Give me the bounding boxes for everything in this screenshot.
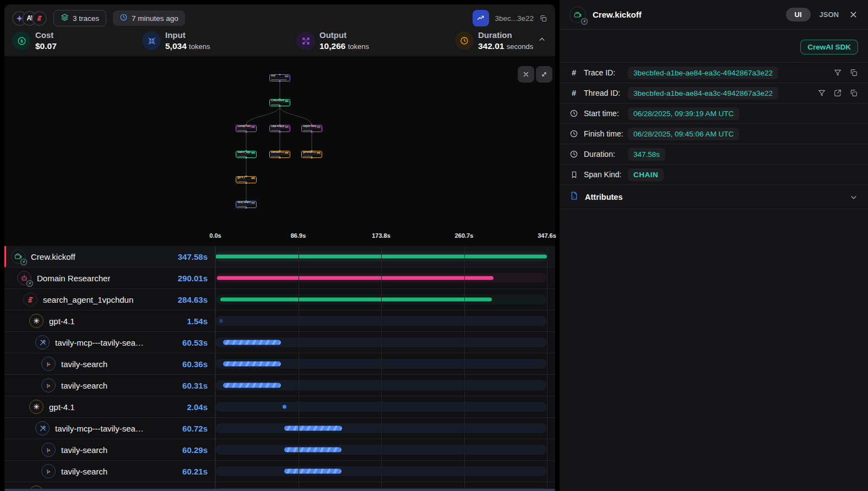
span-track: [215, 423, 547, 433]
graph-node-label: Data Analyst: [271, 126, 284, 128]
graph-node-label: Domain Researcher: [237, 126, 251, 128]
tab-ui[interactable]: UI: [786, 8, 811, 21]
clock-icon: [569, 150, 578, 159]
span-name: Domain Researcher: [37, 274, 110, 283]
copy-icon[interactable]: [849, 68, 858, 77]
filter-icon[interactable]: [833, 68, 842, 77]
span-row-5[interactable]: tavily-search60.36s: [4, 353, 555, 375]
agent-robot-icon: [17, 271, 31, 285]
graph-close-button[interactable]: [518, 66, 534, 83]
field-row-2: Start time:06/28/2025, 09:39:19 AM UTC: [560, 103, 868, 124]
graph-node-label: standard LLM prompt: [271, 151, 284, 154]
traces-count-pill[interactable]: 3 traces: [53, 10, 106, 26]
graph-node-label: Report Writer: [303, 126, 316, 128]
hash-icon: #: [569, 89, 578, 97]
metric-unit: seconds: [507, 42, 533, 51]
chevron-down-icon[interactable]: [849, 193, 858, 201]
attributes-section-toggle[interactable]: Attributes: [560, 185, 868, 209]
graph-node-subtitle: [271, 79, 287, 80]
graph-node-subtitle: [237, 206, 247, 207]
graph-node-kickoff[interactable]: Crew.kickoff: [269, 99, 290, 106]
graph-node-subtitle: [303, 156, 312, 157]
field-label: Duration:: [584, 150, 628, 159]
span-duration: 60.72s: [182, 424, 215, 433]
span-row-7[interactable]: ✳gpt-4.12.04s: [4, 396, 555, 418]
span-row-4[interactable]: tavily-mcp---tavily-sea…60.53s: [4, 332, 555, 353]
span-row-10[interactable]: tavily-search60.21s: [4, 461, 555, 482]
bookmark-icon: [569, 171, 578, 179]
span-row-9[interactable]: tavily-search60.29s: [4, 439, 555, 461]
span-duration: 60.53s: [182, 338, 215, 347]
trace-short-id: 3bec...3e22: [495, 14, 534, 23]
span-bar: [284, 426, 342, 431]
metric-label: Input: [165, 30, 210, 41]
metric-label: Duration: [478, 30, 533, 41]
graph-node-badge: [317, 126, 321, 128]
graph-node-domain[interactable]: Domain Researcher: [236, 125, 257, 132]
clock-icon: [120, 13, 128, 23]
filter-icon[interactable]: [817, 89, 826, 97]
span-track: [215, 466, 547, 476]
graph-node-badge: [285, 152, 289, 154]
field-label: Finish time:: [584, 129, 628, 138]
close-icon[interactable]: [849, 10, 858, 19]
axis-tick: 0.0s: [209, 232, 221, 239]
layers-icon: [61, 13, 69, 23]
graph-node-search[interactable]: search_agent_1vpchdun: [236, 151, 257, 158]
graph-node-gen[interactable]: generate LLM prompt: [301, 151, 322, 158]
span-row-6[interactable]: tavily-search60.31s: [4, 375, 555, 396]
tools-icon: [35, 335, 50, 350]
span-bar: [223, 340, 281, 345]
span-row-3[interactable]: ✳gpt-4.11.54s: [4, 310, 555, 332]
graph-node-label: Crew.kickoff: [271, 100, 284, 102]
graph-node-badge: [317, 152, 321, 154]
span-track: [215, 445, 547, 455]
metric-value: 5,034: [165, 41, 187, 51]
graph-node-writer[interactable]: Report Writer: [301, 125, 322, 132]
graph-node-analyst[interactable]: Data Analyst: [269, 125, 290, 132]
graph-expand-button[interactable]: [536, 66, 552, 83]
span-bar: [219, 319, 223, 323]
field-value: 06/28/2025, 09:39:19 AM UTC: [628, 107, 739, 120]
graph-node-run[interactable]: Run: [269, 74, 290, 81]
span-duration: 284.63s: [178, 295, 215, 304]
field-value: 06/28/2025, 09:45:06 AM UTC: [628, 128, 739, 140]
span-details-panel: Crew.kickoff UI JSON CrewAI SDK #Trace I…: [560, 0, 868, 491]
span-row-2[interactable]: search_agent_1vpchdun284.63s: [4, 289, 555, 310]
hash-icon: #: [569, 68, 578, 77]
horizontal-scrollbar[interactable]: [4, 489, 555, 491]
tab-json[interactable]: JSON: [820, 10, 839, 19]
metric-label: Cost: [35, 30, 57, 41]
field-value: 3becbfed-a1be-ae84-ea3c-4942867a3e22: [628, 67, 778, 79]
external-icon[interactable]: [833, 89, 842, 97]
chevron-up-icon[interactable]: [538, 35, 546, 46]
trend-icon[interactable]: [473, 10, 489, 26]
span-bar: [284, 469, 341, 474]
field-label: Thread ID:: [584, 89, 628, 97]
metric-label: Output: [319, 30, 369, 41]
graph-node-tavily[interactable]: tavily-search: [236, 201, 257, 208]
trace-summary-card: A\ 3 traces 7 minutes ago 3bec...3e22 $C…: [4, 4, 555, 56]
graph-node-badge: [251, 177, 255, 179]
traces-count-label: 3 traces: [73, 14, 99, 23]
copy-icon[interactable]: [849, 89, 858, 97]
openai-icon: ✳: [29, 314, 44, 328]
expand-out-icon: [296, 31, 315, 50]
timeline-axis: 0.0s86.9s173.8s260.7s347.6s: [4, 225, 555, 246]
graph-node-badge: [285, 100, 289, 102]
axis-tick: 173.8s: [372, 232, 390, 239]
span-row-0[interactable]: Crew.kickoff347.58s: [4, 246, 555, 268]
route-icon: [41, 464, 56, 478]
graph-node-subtitle: [303, 130, 312, 131]
graph-node-badge: [285, 75, 289, 78]
graph-node-gpt[interactable]: gpt-4.1: [236, 176, 257, 183]
span-row-8[interactable]: tavily-mcp---tavily-sea…60.72s: [4, 418, 555, 439]
span-row-11[interactable]: ✳gpt-4.11.36s: [4, 482, 555, 489]
metric-unit: tokens: [348, 42, 369, 51]
field-row-5: Span Kind:CHAIN: [560, 165, 868, 185]
metric-value: 10,266: [319, 41, 345, 51]
graph-node-std[interactable]: standard LLM prompt: [269, 151, 290, 158]
span-name: tavily-mcp---tavily-sea…: [55, 424, 144, 433]
copy-icon[interactable]: [539, 14, 547, 23]
span-row-1[interactable]: Domain Researcher290.01s: [4, 268, 555, 289]
